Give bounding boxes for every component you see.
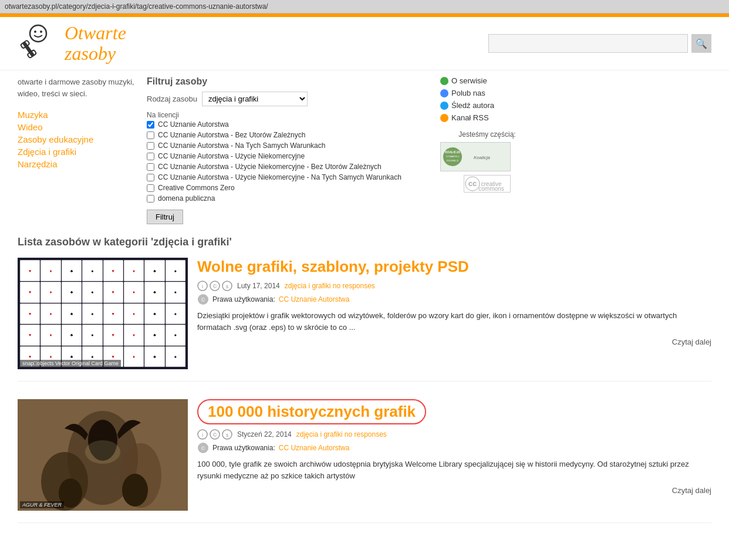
svg-text:©: ©	[213, 284, 217, 289]
license-checkbox-0[interactable]	[147, 121, 154, 129]
license-label-5: CC Uznanie Autorstwa - Użycie Niekomercy…	[158, 173, 401, 181]
nav-narzedzia[interactable]: Narzędzia	[18, 159, 58, 169]
filter-rodzaj-label: Rodzaj zasobu	[147, 95, 197, 103]
license-label-1: CC Uznanie Autorstwa - Bez Utorów Zależn…	[158, 131, 305, 139]
nav-menu: Muzyka Wideo Zasoby edukacyjne Zdjęcia i…	[18, 110, 135, 169]
link-o-serwisie-label: O serwisie	[451, 76, 487, 85]
license-section: Na licencji CC Uznanie Autorstwa CC Uzna…	[147, 111, 428, 203]
svg-text:©: ©	[201, 297, 205, 303]
meta-category-1[interactable]: zdjęcia i grafiki no responses	[296, 430, 387, 438]
svg-text:OTWARTEJ: OTWARTEJ	[446, 155, 459, 158]
nav-muzyka[interactable]: Muzyka	[18, 110, 48, 120]
meta-date-1: Styczeń 22, 2014	[237, 430, 292, 438]
license-checkbox-5[interactable]	[147, 174, 154, 181]
url-text: otwartezasoby.pl/category/zdjecia-i-graf…	[5, 2, 268, 11]
search-area: 🔍	[488, 34, 711, 53]
meta-icons-1: i © $	[197, 429, 232, 440]
license-item-4: CC Uznanie Autorstwa - Użycie Niekomercy…	[147, 163, 428, 171]
right-sidebar: O serwisie Polub nas Śledź autora Kanał …	[440, 76, 534, 224]
license-checkbox-2[interactable]	[147, 142, 154, 150]
search-button[interactable]: 🔍	[691, 34, 711, 53]
svg-text:cc: cc	[468, 179, 477, 188]
article-title-1[interactable]: 100 000 historycznych grafik	[197, 399, 426, 424]
license-item-7: domena publiczna	[147, 194, 428, 203]
license-checkbox-1[interactable]	[147, 131, 154, 139]
license-checkbox-4[interactable]	[147, 163, 154, 171]
license-item-2: CC Uznanie Autorstwa - Na Tych Samych Wa…	[147, 141, 428, 150]
license-prefix-1: Prawa użytkowania:	[212, 444, 275, 452]
meta-icons-0: i © $	[197, 281, 232, 291]
link-o-serwisie[interactable]: O serwisie	[440, 76, 534, 85]
coalition-logo: KOALICJA OTWARTEJ EDUKACJI Koalicja	[440, 142, 511, 171]
link-sledz-autora-label: Śledź autora	[451, 101, 494, 110]
logo-area: Otwarte zasoby	[18, 23, 126, 64]
filter-title: Filtruj zasoby	[147, 76, 428, 87]
filter-button[interactable]: Filtruj	[147, 210, 183, 224]
license-link-1[interactable]: CC Uznanie Autorstwa	[279, 444, 350, 452]
list-title: Lista zasobów w kategorii 'zdjęcia i gra…	[18, 230, 711, 248]
svg-point-29	[122, 474, 148, 507]
license-item-5: CC Uznanie Autorstwa - Użycie Niekomercy…	[147, 173, 428, 181]
read-more-1[interactable]: Czytaj dalej	[197, 486, 711, 495]
svg-point-0	[30, 25, 46, 42]
article-content-0: Wolne grafiki, szablony, projekty PSD i …	[197, 258, 711, 369]
svg-text:i: i	[202, 432, 203, 438]
svg-point-1	[34, 31, 36, 33]
nav-wideo[interactable]: Wideo	[18, 122, 43, 132]
article-license-0: © Prawa użytkowania: CC Uznanie Autorstw…	[197, 294, 711, 305]
sidebar: otwarte i darmowe zasoby muzyki, wideo, …	[18, 76, 135, 224]
meta-date-0: Luty 17, 2014	[237, 282, 280, 290]
search-icon: 🔍	[696, 38, 707, 49]
filter-panel: Filtruj zasoby Rodzaj zasobu zdjęcia i g…	[147, 76, 428, 224]
article-desc-0: Dziesiątki projektów i grafik wektorowyc…	[197, 310, 711, 333]
svg-text:Koalicja: Koalicja	[474, 155, 491, 160]
svg-text:EDUKACJI: EDUKACJI	[447, 159, 458, 162]
link-sledz-autora[interactable]: Śledź autora	[440, 101, 534, 110]
article-meta-1: i © $ Styczeń 22, 2014 zdjęcia i grafiki…	[197, 429, 711, 440]
svg-rect-3	[22, 42, 35, 57]
logo-text: Otwarte zasoby	[65, 23, 126, 64]
content-area: Lista zasobów w kategorii 'zdjęcia i gra…	[0, 230, 729, 552]
svg-text:i: i	[202, 284, 203, 289]
license-label-3: CC Uznanie Autorstwa - Użycie Niekomercy…	[158, 152, 305, 160]
nav-zasoby-edukacyjne[interactable]: Zasoby edukacyjne	[18, 134, 93, 144]
link-kanal-rss[interactable]: Kanał RSS	[440, 113, 534, 122]
header: Otwarte zasoby 🔍	[0, 17, 729, 70]
nav-zdjecia[interactable]: Zdjęcia i grafiki	[18, 147, 76, 157]
license-checkbox-3[interactable]	[147, 153, 154, 160]
link-polub-nas[interactable]: Polub nas	[440, 89, 534, 97]
license-label-7: domena publiczna	[158, 194, 215, 203]
article-title-0[interactable]: Wolne grafiki, szablony, projekty PSD	[197, 258, 711, 276]
dot-facebook-icon	[440, 89, 448, 97]
snap-label: snap□objects Vector Original Card Game	[20, 360, 121, 367]
article-content-1: 100 000 historycznych grafik i © $ Stycz…	[197, 399, 711, 511]
svg-point-30	[85, 440, 120, 464]
filter-rodzaj-select[interactable]: zdjęcia i grafiki	[202, 92, 308, 106]
read-more-0[interactable]: Czytaj dalej	[197, 338, 711, 346]
tagline: otwarte i darmowe zasoby muzyki, wideo, …	[18, 76, 135, 99]
historical-label: AGUR & FEVER	[20, 501, 64, 508]
license-link-0[interactable]: CC Uznanie Autorstwa	[279, 295, 350, 303]
link-polub-nas-label: Polub nas	[451, 89, 485, 97]
svg-text:KOALICJA: KOALICJA	[445, 150, 460, 154]
article-card-0: // Generate mini cards const suits = ['♥…	[18, 258, 711, 382]
article-desc-1: 100 000, tyle grafik ze swoich archiwów …	[197, 458, 711, 481]
filter-rodzaj-row: Rodzaj zasobu zdjęcia i grafiki	[147, 92, 428, 106]
search-input[interactable]	[488, 34, 688, 53]
address-bar[interactable]: otwartezasoby.pl/category/zdjecia-i-graf…	[0, 0, 729, 14]
license-checkbox-7[interactable]	[147, 195, 154, 203]
dot-rss-icon	[440, 114, 448, 122]
coalition-box: Jesteśmy częścią: KOALICJA OTWARTEJ EDUK…	[440, 130, 534, 193]
svg-text:$: $	[226, 285, 228, 289]
license-label-6: Creative Commons Zero	[158, 184, 235, 192]
article-license-1: © Prawa użytkowania: CC Uznanie Autorstw…	[197, 442, 711, 454]
svg-text:$: $	[226, 433, 228, 437]
license-label-0: CC Uznanie Autorstwa	[158, 120, 229, 129]
coalition-text: Jesteśmy częścią:	[440, 130, 534, 139]
license-checkbox-6[interactable]	[147, 184, 154, 192]
dot-twitter-icon	[440, 102, 448, 110]
article-thumb-0: // Generate mini cards const suits = ['♥…	[18, 258, 188, 369]
meta-category-0[interactable]: zdjęcia i grafiki no responses	[285, 282, 375, 290]
license-item-3: CC Uznanie Autorstwa - Użycie Niekomercy…	[147, 152, 428, 160]
dot-green-icon	[440, 77, 448, 85]
